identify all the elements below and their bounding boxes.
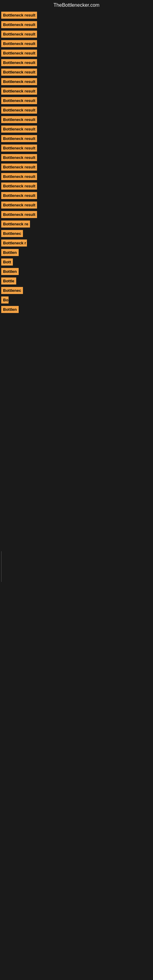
bottleneck-bar-6: Bottleneck result (1, 59, 37, 66)
bar-row-32: Bottlen (0, 305, 153, 314)
bar-row-26: Bottlen (0, 248, 153, 257)
bottleneck-bar-25: Bottleneck r (1, 240, 27, 247)
bar-row-14: Bottleneck result (0, 134, 153, 143)
bar-row-28: Bottlen (0, 267, 153, 276)
bar-row-7: Bottleneck result (0, 67, 153, 77)
bar-row-2: Bottleneck result (0, 20, 153, 29)
bar-row-1: Bottleneck result (0, 10, 153, 20)
bar-row-24: Bottlenec (0, 229, 153, 238)
bottleneck-bar-3: Bottleneck result (1, 30, 37, 38)
bottleneck-bar-22: Bottleneck result (1, 211, 37, 218)
bar-row-12: Bottleneck result (0, 115, 153, 124)
page-container: TheBottlenecker.com Bottleneck resultBot… (0, 0, 153, 980)
bottleneck-bar-1: Bottleneck result (1, 12, 37, 19)
bar-row-9: Bottleneck result (0, 86, 153, 96)
bottleneck-bar-5: Bottleneck result (1, 49, 37, 57)
bar-row-19: Bottleneck result (0, 181, 153, 191)
bottleneck-bar-11: Bottleneck result (1, 107, 37, 114)
bar-row-5: Bottleneck result (0, 48, 153, 58)
bottleneck-bar-15: Bottleneck result (1, 145, 37, 151)
bar-row-20: Bottleneck result (0, 191, 153, 200)
bar-row-17: Bottleneck result (0, 162, 153, 172)
bottleneck-bar-14: Bottleneck result (1, 135, 37, 142)
vertical-line (1, 551, 2, 582)
bottleneck-bar-12: Bottleneck result (1, 116, 37, 123)
bar-row-23: Bottleneck re (0, 219, 153, 229)
bottleneck-bar-32: Bottlen (1, 306, 19, 313)
bottleneck-bar-7: Bottleneck result (1, 68, 37, 76)
bottleneck-bar-29: Bottle (1, 277, 16, 285)
bottleneck-bar-8: Bottleneck result (1, 78, 37, 85)
bottleneck-bar-20: Bottleneck result (1, 192, 37, 199)
bar-row-27: Bott (0, 257, 153, 267)
bar-row-30: Bottlenec (0, 286, 153, 295)
bar-row-21: Bottleneck result (0, 200, 153, 210)
bar-row-29: Bottle (0, 276, 153, 286)
bottleneck-bar-9: Bottleneck result (1, 88, 37, 95)
bottleneck-bar-31: Bo (1, 296, 9, 304)
bar-row-11: Bottleneck result (0, 105, 153, 115)
bottleneck-bar-30: Bottlenec (1, 287, 23, 294)
bottleneck-bar-16: Bottleneck result (1, 154, 37, 161)
bar-row-16: Bottleneck result (0, 153, 153, 162)
bar-row-10: Bottleneck result (0, 96, 153, 105)
bottleneck-bar-23: Bottleneck re (1, 221, 30, 228)
bar-row-18: Bottleneck result (0, 172, 153, 181)
bottleneck-bar-27: Bott (1, 258, 13, 266)
bottleneck-bar-26: Bottlen (1, 249, 19, 256)
bottleneck-bar-28: Bottlen (1, 268, 19, 275)
bar-row-22: Bottleneck result (0, 210, 153, 219)
bottleneck-bar-2: Bottleneck result (1, 21, 37, 28)
bottleneck-bar-17: Bottleneck result (1, 164, 37, 170)
bar-row-3: Bottleneck result (0, 29, 153, 39)
bottleneck-bar-4: Bottleneck result (1, 40, 37, 47)
bar-row-13: Bottleneck result (0, 124, 153, 134)
bar-row-25: Bottleneck r (0, 238, 153, 248)
bar-row-31: Bo (0, 295, 153, 305)
bottleneck-bar-21: Bottleneck result (1, 202, 37, 208)
bottleneck-bar-13: Bottleneck result (1, 126, 37, 133)
bar-row-8: Bottleneck result (0, 77, 153, 86)
bar-row-4: Bottleneck result (0, 39, 153, 48)
site-title: TheBottlenecker.com (0, 0, 153, 10)
bar-row-6: Bottleneck result (0, 58, 153, 67)
bottleneck-bar-19: Bottleneck result (1, 183, 37, 189)
bars-container: Bottleneck resultBottleneck resultBottle… (0, 10, 153, 314)
bottleneck-bar-10: Bottleneck result (1, 97, 37, 104)
bottleneck-bar-18: Bottleneck result (1, 173, 37, 180)
bottleneck-bar-24: Bottlenec (1, 230, 23, 237)
bar-row-15: Bottleneck result (0, 143, 153, 153)
